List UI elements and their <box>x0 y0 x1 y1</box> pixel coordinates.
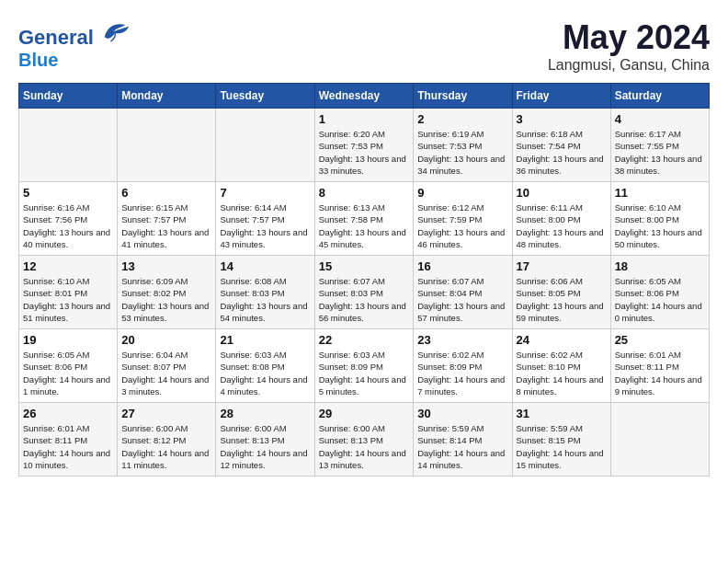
calendar-subtitle: Langmusi, Gansu, China <box>548 57 710 74</box>
day-number: 24 <box>517 333 607 347</box>
calendar-week-row: 1 Sunrise: 6:20 AM Sunset: 7:53 PM Dayli… <box>19 109 710 182</box>
day-info: Sunrise: 6:10 AM Sunset: 8:00 PM Dayligh… <box>615 201 705 250</box>
calendar-week-row: 19 Sunrise: 6:05 AM Sunset: 8:06 PM Dayl… <box>19 329 710 403</box>
day-info: Sunrise: 6:12 AM Sunset: 7:59 PM Dayligh… <box>417 201 507 250</box>
calendar-week-row: 26 Sunrise: 6:01 AM Sunset: 8:11 PM Dayl… <box>19 403 710 477</box>
day-number: 20 <box>121 333 211 347</box>
day-number: 14 <box>220 259 310 273</box>
table-row: 26 Sunrise: 6:01 AM Sunset: 8:11 PM Dayl… <box>19 403 118 477</box>
page-header: General Blue May 2024 Langmusi, Gansu, C… <box>18 18 710 74</box>
table-row: 1 Sunrise: 6:20 AM Sunset: 7:53 PM Dayli… <box>314 109 414 182</box>
day-number: 22 <box>319 333 410 347</box>
table-row: 25 Sunrise: 6:01 AM Sunset: 8:11 PM Dayl… <box>610 329 709 403</box>
calendar-title: May 2024 <box>548 18 710 57</box>
day-number: 27 <box>121 407 211 420</box>
day-info: Sunrise: 6:01 AM Sunset: 8:11 PM Dayligh… <box>615 349 705 397</box>
day-info: Sunrise: 6:07 AM Sunset: 8:04 PM Dayligh… <box>417 275 507 324</box>
header-sunday: Sunday <box>19 84 118 109</box>
header-thursday: Thursday <box>414 84 512 109</box>
table-row <box>216 109 314 182</box>
title-block: May 2024 Langmusi, Gansu, China <box>548 18 710 74</box>
day-number: 26 <box>23 407 113 420</box>
table-row: 19 Sunrise: 6:05 AM Sunset: 8:06 PM Dayl… <box>19 329 118 403</box>
day-info: Sunrise: 6:02 AM Sunset: 8:09 PM Dayligh… <box>417 349 507 397</box>
day-info: Sunrise: 6:17 AM Sunset: 7:55 PM Dayligh… <box>615 128 705 177</box>
day-number: 12 <box>23 259 113 273</box>
day-number: 18 <box>615 259 705 273</box>
day-number: 17 <box>517 259 607 273</box>
day-info: Sunrise: 6:20 AM Sunset: 7:53 PM Dayligh… <box>319 128 410 177</box>
day-number: 10 <box>517 186 607 200</box>
day-number: 1 <box>319 112 410 126</box>
table-row: 16 Sunrise: 6:07 AM Sunset: 8:04 PM Dayl… <box>414 256 512 329</box>
table-row: 7 Sunrise: 6:14 AM Sunset: 7:57 PM Dayli… <box>216 182 314 256</box>
table-row: 21 Sunrise: 6:03 AM Sunset: 8:08 PM Dayl… <box>216 329 314 403</box>
day-number: 25 <box>615 333 705 347</box>
table-row: 20 Sunrise: 6:04 AM Sunset: 8:07 PM Dayl… <box>118 329 216 403</box>
day-number: 29 <box>319 407 410 420</box>
table-row: 11 Sunrise: 6:10 AM Sunset: 8:00 PM Dayl… <box>610 182 709 256</box>
day-info: Sunrise: 6:15 AM Sunset: 7:57 PM Dayligh… <box>121 201 211 250</box>
calendar-week-row: 5 Sunrise: 6:16 AM Sunset: 7:56 PM Dayli… <box>19 182 710 256</box>
table-row: 22 Sunrise: 6:03 AM Sunset: 8:09 PM Dayl… <box>314 329 414 403</box>
day-info: Sunrise: 6:11 AM Sunset: 8:00 PM Dayligh… <box>517 201 607 250</box>
day-number: 30 <box>417 407 507 420</box>
day-number: 9 <box>417 186 507 200</box>
day-info: Sunrise: 6:03 AM Sunset: 8:09 PM Dayligh… <box>319 349 410 397</box>
day-info: Sunrise: 6:13 AM Sunset: 7:58 PM Dayligh… <box>319 201 410 250</box>
day-info: Sunrise: 6:19 AM Sunset: 7:53 PM Dayligh… <box>417 128 507 177</box>
logo: General Blue <box>18 18 129 71</box>
table-row: 23 Sunrise: 6:02 AM Sunset: 8:09 PM Dayl… <box>414 329 512 403</box>
day-number: 6 <box>121 186 211 200</box>
table-row <box>19 109 118 182</box>
day-info: Sunrise: 6:02 AM Sunset: 8:10 PM Dayligh… <box>517 349 607 397</box>
header-tuesday: Tuesday <box>216 84 314 109</box>
day-number: 16 <box>417 259 507 273</box>
day-info: Sunrise: 6:10 AM Sunset: 8:01 PM Dayligh… <box>23 275 113 324</box>
day-number: 31 <box>517 407 607 420</box>
day-header-row: Sunday Monday Tuesday Wednesday Thursday… <box>19 84 710 109</box>
day-number: 21 <box>220 333 310 347</box>
calendar-week-row: 12 Sunrise: 6:10 AM Sunset: 8:01 PM Dayl… <box>19 256 710 329</box>
table-row: 10 Sunrise: 6:11 AM Sunset: 8:00 PM Dayl… <box>512 182 610 256</box>
header-monday: Monday <box>118 84 216 109</box>
table-row: 15 Sunrise: 6:07 AM Sunset: 8:03 PM Dayl… <box>314 256 414 329</box>
day-info: Sunrise: 5:59 AM Sunset: 8:15 PM Dayligh… <box>517 422 607 471</box>
table-row: 5 Sunrise: 6:16 AM Sunset: 7:56 PM Dayli… <box>19 182 118 256</box>
day-info: Sunrise: 6:05 AM Sunset: 8:06 PM Dayligh… <box>23 349 113 397</box>
table-row: 8 Sunrise: 6:13 AM Sunset: 7:58 PM Dayli… <box>314 182 414 256</box>
day-info: Sunrise: 5:59 AM Sunset: 8:14 PM Dayligh… <box>417 422 507 471</box>
table-row: 4 Sunrise: 6:17 AM Sunset: 7:55 PM Dayli… <box>610 109 709 182</box>
calendar-table: Sunday Monday Tuesday Wednesday Thursday… <box>18 83 710 477</box>
day-number: 7 <box>220 186 310 200</box>
header-saturday: Saturday <box>610 84 709 109</box>
header-friday: Friday <box>512 84 610 109</box>
table-row: 18 Sunrise: 6:05 AM Sunset: 8:06 PM Dayl… <box>610 256 709 329</box>
day-number: 3 <box>517 112 607 126</box>
table-row: 27 Sunrise: 6:00 AM Sunset: 8:12 PM Dayl… <box>118 403 216 477</box>
day-info: Sunrise: 6:00 AM Sunset: 8:13 PM Dayligh… <box>220 422 310 471</box>
logo-bird-icon <box>101 18 129 44</box>
day-info: Sunrise: 6:09 AM Sunset: 8:02 PM Dayligh… <box>121 275 211 324</box>
table-row: 2 Sunrise: 6:19 AM Sunset: 7:53 PM Dayli… <box>414 109 512 182</box>
day-number: 2 <box>417 112 507 126</box>
day-info: Sunrise: 6:00 AM Sunset: 8:13 PM Dayligh… <box>319 422 410 471</box>
day-number: 13 <box>121 259 211 273</box>
table-row: 3 Sunrise: 6:18 AM Sunset: 7:54 PM Dayli… <box>512 109 610 182</box>
day-number: 8 <box>319 186 410 200</box>
day-info: Sunrise: 6:06 AM Sunset: 8:05 PM Dayligh… <box>517 275 607 324</box>
table-row: 14 Sunrise: 6:08 AM Sunset: 8:03 PM Dayl… <box>216 256 314 329</box>
table-row: 29 Sunrise: 6:00 AM Sunset: 8:13 PM Dayl… <box>314 403 414 477</box>
day-number: 23 <box>417 333 507 347</box>
header-wednesday: Wednesday <box>314 84 414 109</box>
day-info: Sunrise: 6:16 AM Sunset: 7:56 PM Dayligh… <box>23 201 113 250</box>
table-row: 31 Sunrise: 5:59 AM Sunset: 8:15 PM Dayl… <box>512 403 610 477</box>
table-row: 30 Sunrise: 5:59 AM Sunset: 8:14 PM Dayl… <box>414 403 512 477</box>
day-info: Sunrise: 6:05 AM Sunset: 8:06 PM Dayligh… <box>615 275 705 324</box>
day-number: 11 <box>615 186 705 200</box>
day-number: 28 <box>220 407 310 420</box>
day-info: Sunrise: 6:04 AM Sunset: 8:07 PM Dayligh… <box>121 349 211 397</box>
table-row: 28 Sunrise: 6:00 AM Sunset: 8:13 PM Dayl… <box>216 403 314 477</box>
day-info: Sunrise: 6:18 AM Sunset: 7:54 PM Dayligh… <box>517 128 607 177</box>
day-info: Sunrise: 6:14 AM Sunset: 7:57 PM Dayligh… <box>220 201 310 250</box>
